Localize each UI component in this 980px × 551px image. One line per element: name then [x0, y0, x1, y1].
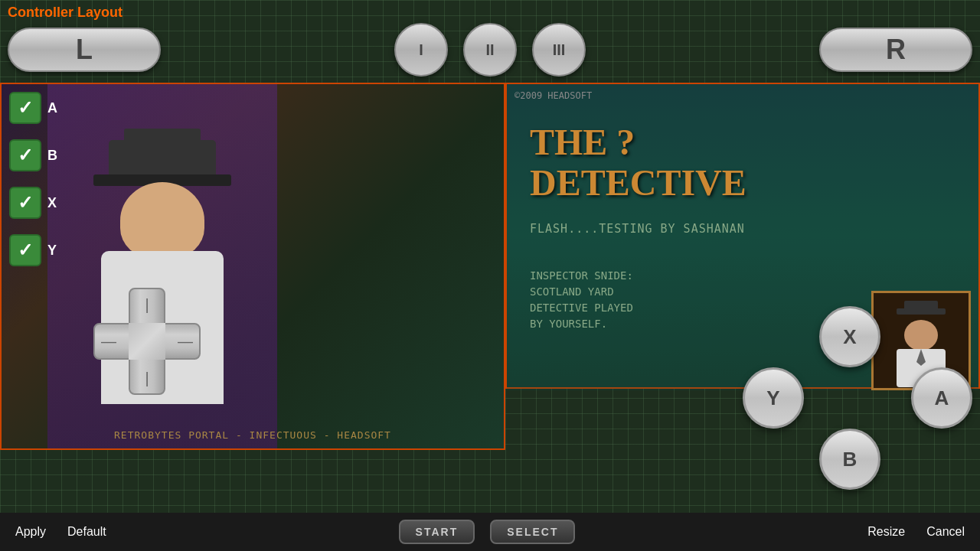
- action-button-a[interactable]: A: [911, 367, 972, 429]
- game-bottom-text: RETROBYTES PORTAL - INFECTUOUS - HEADSOF…: [2, 429, 504, 441]
- inspector-text: INSPECTOR SNIDE: SCOTLAND YARDDETECTIVE …: [530, 268, 633, 332]
- bottom-bar: Apply Default START SELECT Resize Cancel: [0, 513, 980, 551]
- checkbox-a[interactable]: [9, 92, 41, 124]
- button-b-row: B: [9, 139, 57, 171]
- dpad-left-arrow: —: [101, 333, 116, 350]
- button-R[interactable]: R: [819, 28, 972, 72]
- button-I[interactable]: I: [394, 23, 448, 77]
- bottom-right-buttons: Resize Cancel: [860, 521, 972, 543]
- checkbox-y[interactable]: [9, 234, 41, 266]
- flash-text: FLASH....TESTING BY SASHANAN: [530, 222, 745, 236]
- checkbox-x[interactable]: [9, 187, 41, 219]
- inspector-body: SCOTLAND YARDDETECTIVE PLAYEDBY YOURSELF…: [530, 284, 633, 332]
- button-labels-panel: A B X Y: [9, 92, 57, 266]
- default-button[interactable]: Default: [60, 521, 114, 543]
- bottom-left-buttons: Apply Default: [8, 521, 114, 543]
- right-game-panel: ©2009 HEADSOFT THE ?DETECTIVE FLASH....T…: [505, 83, 980, 513]
- detective-face: [120, 182, 204, 259]
- bottom-center-buttons: START SELECT: [399, 520, 576, 544]
- page-title: Controller Layout: [8, 5, 122, 21]
- game-title: THE ?DETECTIVE: [530, 122, 746, 204]
- dpad-down-arrow: |: [145, 370, 149, 386]
- cancel-button[interactable]: Cancel: [919, 521, 972, 543]
- select-button[interactable]: SELECT: [490, 520, 575, 544]
- button-L[interactable]: L: [8, 28, 161, 72]
- label-b: B: [47, 148, 57, 164]
- inspector-title: INSPECTOR SNIDE:: [530, 268, 633, 284]
- action-button-b[interactable]: B: [819, 429, 880, 490]
- top-center-buttons: I II III: [394, 23, 586, 77]
- button-a-row: A: [9, 92, 57, 124]
- apply-button[interactable]: Apply: [8, 521, 54, 543]
- button-III[interactable]: III: [532, 23, 586, 77]
- detective-hat: [109, 140, 216, 186]
- button-y-row: Y: [9, 234, 57, 266]
- button-II[interactable]: II: [463, 23, 517, 77]
- action-button-y[interactable]: Y: [743, 367, 804, 429]
- copyright-text: ©2009 HEADSOFT: [514, 90, 592, 101]
- dpad-up-arrow: |: [145, 297, 149, 312]
- dpad-center: [129, 323, 165, 360]
- label-a: A: [47, 100, 57, 116]
- dpad-right-arrow: —: [178, 333, 193, 350]
- label-y: Y: [47, 243, 57, 259]
- checkbox-b[interactable]: [9, 139, 41, 171]
- top-button-row: L I II III R: [0, 23, 980, 77]
- button-x-row: X: [9, 187, 57, 219]
- main-area: A B X Y | | — —: [0, 83, 980, 513]
- start-button[interactable]: START: [399, 520, 475, 544]
- label-x: X: [47, 195, 57, 211]
- action-button-x[interactable]: X: [819, 306, 880, 367]
- dpad[interactable]: | | — —: [93, 288, 201, 395]
- action-buttons-panel: X Y A B: [727, 306, 980, 497]
- resize-button[interactable]: Resize: [860, 521, 913, 543]
- left-game-panel: A B X Y | | — —: [0, 83, 505, 450]
